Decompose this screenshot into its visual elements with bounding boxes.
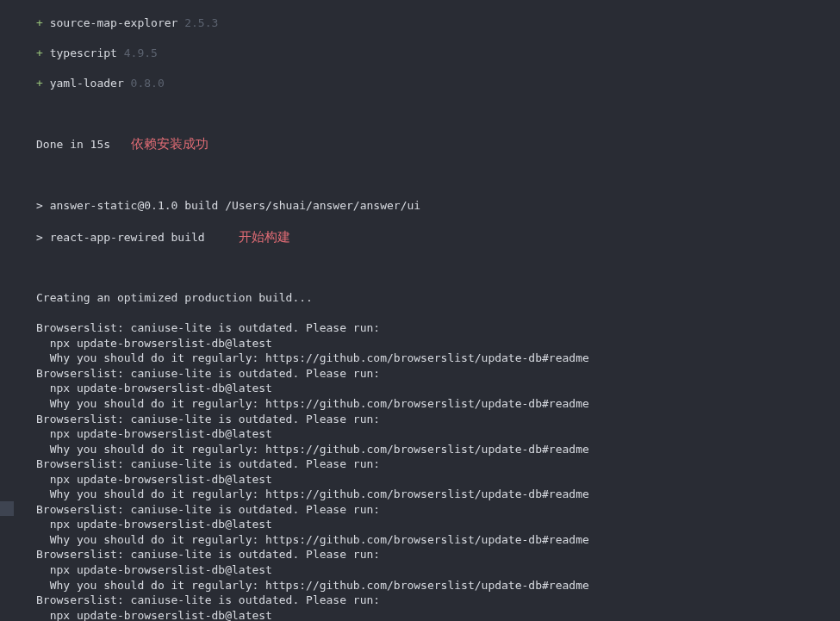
dep-line: + source-map-explorer 2.5.3 bbox=[36, 16, 840, 31]
browserslist-why: Why you should do it regularly: https://… bbox=[36, 351, 840, 366]
dep-name: source-map-explorer bbox=[50, 16, 178, 29]
plus-icon: + bbox=[36, 47, 43, 59]
browserslist-update-cmd: npx update-browserslist-db@latest bbox=[36, 608, 840, 621]
browserslist-outdated: Browserslist: caniuse-lite is outdated. … bbox=[36, 547, 840, 562]
browserslist-outdated: Browserslist: caniuse-lite is outdated. … bbox=[36, 320, 840, 336]
dep-line: + yaml-loader 0.8.0 bbox=[36, 76, 840, 91]
gutter-current-line bbox=[0, 501, 14, 516]
line-gutter bbox=[0, 0, 14, 621]
browserslist-outdated: Browserslist: caniuse-lite is outdated. … bbox=[36, 366, 840, 382]
browserslist-outdated: Browserslist: caniuse-lite is outdated. … bbox=[36, 593, 840, 608]
browserslist-update-cmd: npx update-browserslist-db@latest bbox=[36, 381, 840, 396]
plus-icon: + bbox=[36, 77, 43, 90]
dep-name: typescript bbox=[50, 47, 117, 59]
dep-name: yaml-loader bbox=[50, 77, 124, 90]
browserslist-why: Why you should do it regularly: https://… bbox=[36, 487, 840, 502]
blank-line bbox=[36, 106, 840, 121]
terminal-output: + source-map-explorer 2.5.3 + typescript… bbox=[0, 0, 840, 621]
blank-line bbox=[36, 168, 840, 183]
annotation-install-success: 依赖安装成功 bbox=[131, 136, 208, 151]
done-text: Done in 15s bbox=[36, 138, 110, 151]
browserslist-why: Why you should do it regularly: https://… bbox=[36, 532, 840, 548]
browserslist-why: Why you should do it regularly: https://… bbox=[36, 396, 840, 412]
browserslist-update-cmd: npx update-browserslist-db@latest bbox=[36, 562, 840, 578]
browserslist-update-cmd: npx update-browserslist-db@latest bbox=[36, 336, 840, 351]
annotation-build-start: 开始构建 bbox=[239, 229, 290, 244]
dep-version: 4.9.5 bbox=[124, 47, 158, 59]
build-command-line: > answer-static@0.1.0 build /Users/shuai… bbox=[36, 198, 840, 214]
plus-icon: + bbox=[36, 16, 43, 29]
dep-version: 2.5.3 bbox=[184, 16, 218, 29]
done-line: Done in 15s 依赖安装成功 bbox=[36, 135, 840, 152]
build-cmd-text: > react-app-rewired build bbox=[36, 231, 205, 244]
browserslist-why: Why you should do it regularly: https://… bbox=[36, 442, 840, 457]
browserslist-update-cmd: npx update-browserslist-db@latest bbox=[36, 472, 840, 487]
optimizing-line: Creating an optimized production build..… bbox=[36, 290, 840, 306]
browserslist-outdated: Browserslist: caniuse-lite is outdated. … bbox=[36, 502, 840, 518]
dep-version: 0.8.0 bbox=[131, 77, 165, 90]
blank-line bbox=[36, 261, 840, 276]
browserslist-update-cmd: npx update-browserslist-db@latest bbox=[36, 426, 840, 442]
browserslist-why: Why you should do it regularly: https://… bbox=[36, 578, 840, 593]
browserslist-outdated: Browserslist: caniuse-lite is outdated. … bbox=[36, 456, 840, 472]
browserslist-outdated: Browserslist: caniuse-lite is outdated. … bbox=[36, 412, 840, 427]
dep-line: + typescript 4.9.5 bbox=[36, 46, 840, 61]
build-command-line: > react-app-rewired build 开始构建 bbox=[36, 228, 840, 245]
browserslist-update-cmd: npx update-browserslist-db@latest bbox=[36, 517, 840, 532]
